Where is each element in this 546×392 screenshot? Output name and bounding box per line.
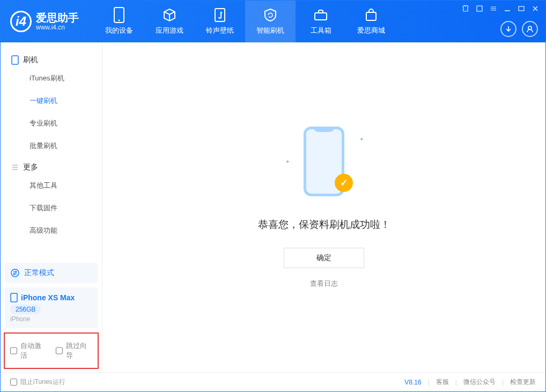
- nav-label: 应用游戏: [156, 26, 183, 35]
- cube-icon: [162, 8, 177, 23]
- device-card[interactable]: iPhone XS Max 256GB iPhone: [5, 287, 98, 328]
- checkbox-input[interactable]: [10, 379, 17, 386]
- success-message: 恭喜您，保资料刷机成功啦！: [258, 218, 390, 232]
- highlighted-options: 自动激活 跳过向导: [4, 332, 99, 369]
- success-illustration: ✦ ✦ ✓: [297, 127, 351, 202]
- nav-label: 我的设备: [105, 26, 133, 35]
- device-name: iPhone XS Max: [21, 293, 75, 302]
- svg-point-9: [11, 269, 19, 277]
- header-actions: [500, 21, 538, 37]
- skip-guide-checkbox[interactable]: 跳过向导: [56, 341, 93, 360]
- nav-apps-games[interactable]: 应用游戏: [144, 1, 195, 42]
- checkbox-label: 自动激活: [20, 341, 47, 360]
- sidebar-item-oneclick-flash[interactable]: 一键刷机: [1, 90, 102, 112]
- shield-refresh-icon: [263, 8, 278, 23]
- checkbox-label: 阻止iTunes运行: [20, 378, 65, 387]
- device-type: iPhone: [10, 315, 92, 323]
- download-button[interactable]: [500, 21, 517, 37]
- ok-button[interactable]: 确定: [284, 248, 364, 268]
- nav-label: 工具箱: [311, 26, 331, 35]
- support-link[interactable]: 客服: [436, 378, 449, 387]
- version-label: V8.16: [404, 379, 421, 386]
- maximize-icon[interactable]: [517, 4, 526, 13]
- window-controls: [461, 4, 540, 13]
- status-bar: 阻止iTunes运行 V8.16 | 客服 | 微信公众号 | 检查更新: [1, 372, 545, 391]
- svg-rect-6: [519, 6, 524, 11]
- toolbox-icon: [313, 8, 328, 23]
- device-icon: [112, 8, 127, 23]
- sidebar-item-batch-flash[interactable]: 批量刷机: [1, 135, 102, 157]
- swap-icon: [10, 268, 20, 278]
- block-itunes-checkbox[interactable]: 阻止iTunes运行: [10, 378, 65, 387]
- separator: |: [455, 379, 457, 386]
- separator: |: [502, 379, 504, 386]
- svg-rect-10: [11, 293, 17, 302]
- main-nav: 我的设备 应用游戏 铃声壁纸 智能刷机 工具箱: [94, 1, 396, 42]
- check-update-link[interactable]: 检查更新: [510, 378, 536, 387]
- sidebar-item-advanced[interactable]: 高级功能: [1, 219, 102, 242]
- svg-rect-5: [477, 6, 482, 11]
- user-button[interactable]: [522, 21, 538, 37]
- app-logo: i4 爱思助手 www.i4.cn: [1, 11, 88, 32]
- phone-icon: [11, 55, 19, 65]
- svg-rect-2: [215, 9, 225, 21]
- group-label: 刷机: [23, 55, 38, 65]
- view-log-link[interactable]: 查看日志: [310, 279, 338, 289]
- app-name-cn: 爱思助手: [36, 12, 79, 24]
- mode-indicator[interactable]: 正常模式: [5, 263, 98, 283]
- checkbox-label: 跳过向导: [66, 341, 92, 360]
- nav-smart-flash[interactable]: 智能刷机: [245, 1, 296, 42]
- sidebar-group-more: 更多: [1, 157, 102, 174]
- app-body: 刷机 iTunes刷机 一键刷机 专业刷机 批量刷机 更多 其他工具 下载固件 …: [1, 42, 545, 372]
- sidebar-item-other-tools[interactable]: 其他工具: [1, 174, 102, 197]
- nav-label: 智能刷机: [256, 26, 284, 35]
- svg-rect-8: [12, 56, 18, 64]
- group-label: 更多: [23, 162, 38, 172]
- wechat-link[interactable]: 微信公众号: [463, 378, 496, 387]
- nav-toolbox[interactable]: 工具箱: [296, 1, 346, 42]
- separator: |: [428, 379, 430, 386]
- app-name-en: www.i4.cn: [36, 24, 79, 31]
- shirt-icon[interactable]: [461, 4, 470, 13]
- list-icon: [11, 164, 19, 171]
- nav-my-device[interactable]: 我的设备: [94, 1, 144, 42]
- sidebar: 刷机 iTunes刷机 一键刷机 专业刷机 批量刷机 更多 其他工具 下载固件 …: [1, 42, 102, 372]
- music-file-icon: [212, 8, 227, 23]
- checkbox-input[interactable]: [10, 347, 17, 354]
- mode-label: 正常模式: [24, 268, 54, 278]
- svg-point-1: [119, 20, 120, 21]
- logo-icon: i4: [10, 11, 32, 32]
- logo-text: 爱思助手 www.i4.cn: [36, 12, 79, 31]
- svg-point-7: [528, 26, 532, 29]
- device-capacity: 256GB: [10, 305, 41, 314]
- menu-icon[interactable]: [489, 4, 498, 13]
- nav-store[interactable]: 爱思商城: [346, 1, 396, 42]
- main-content: ✦ ✦ ✓ 恭喜您，保资料刷机成功啦！ 确定 查看日志: [102, 42, 545, 372]
- nav-label: 爱思商城: [357, 26, 385, 35]
- sidebar-group-flash: 刷机: [1, 50, 102, 67]
- sidebar-item-itunes-flash[interactable]: iTunes刷机: [1, 67, 102, 90]
- auto-activate-checkbox[interactable]: 自动激活: [10, 341, 47, 360]
- minimize-icon[interactable]: [503, 4, 512, 13]
- nav-label: 铃声壁纸: [206, 26, 234, 35]
- phone-icon: [10, 293, 18, 302]
- svg-rect-3: [315, 13, 327, 20]
- nav-ringtones-wallpapers[interactable]: 铃声壁纸: [195, 1, 245, 42]
- checkbox-input[interactable]: [56, 347, 63, 354]
- close-icon[interactable]: [530, 4, 540, 13]
- sparkle-icon: ✦: [359, 136, 364, 142]
- title-bar: i4 爱思助手 www.i4.cn 我的设备 应用游戏 铃声壁纸: [1, 1, 545, 42]
- brackets-icon[interactable]: [475, 4, 484, 13]
- sidebar-item-pro-flash[interactable]: 专业刷机: [1, 112, 102, 135]
- bag-icon: [364, 8, 379, 23]
- svg-rect-4: [366, 12, 376, 20]
- sidebar-item-download-firmware[interactable]: 下载固件: [1, 197, 102, 219]
- sparkle-icon: ✦: [285, 159, 290, 165]
- check-icon: ✓: [335, 174, 353, 192]
